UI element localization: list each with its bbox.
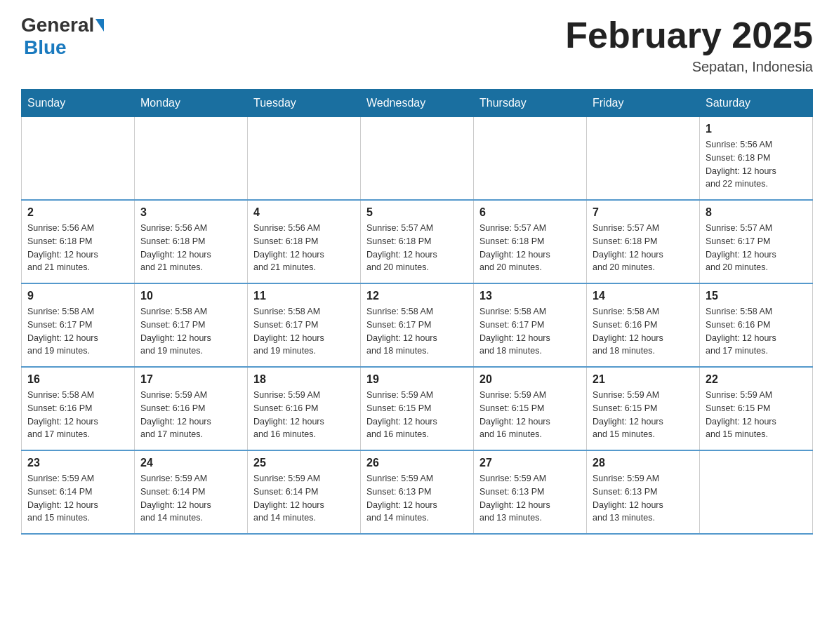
day-info: Sunrise: 5:58 AM Sunset: 6:16 PM Dayligh… <box>706 305 807 358</box>
calendar-cell: 3Sunrise: 5:56 AM Sunset: 6:18 PM Daylig… <box>135 200 248 283</box>
week-row-5: 23Sunrise: 5:59 AM Sunset: 6:14 PM Dayli… <box>22 450 813 534</box>
col-monday: Monday <box>135 90 248 117</box>
day-number: 13 <box>479 290 581 302</box>
day-info: Sunrise: 5:56 AM Sunset: 6:18 PM Dayligh… <box>140 222 241 274</box>
day-info: Sunrise: 5:59 AM Sunset: 6:15 PM Dayligh… <box>593 389 694 441</box>
col-friday: Friday <box>587 90 700 117</box>
day-info: Sunrise: 5:56 AM Sunset: 6:18 PM Dayligh… <box>706 138 807 191</box>
day-number: 18 <box>253 373 355 386</box>
day-info: Sunrise: 5:59 AM Sunset: 6:14 PM Dayligh… <box>253 472 355 525</box>
col-tuesday: Tuesday <box>248 90 361 117</box>
week-row-2: 2Sunrise: 5:56 AM Sunset: 6:18 PM Daylig… <box>22 200 813 283</box>
day-number: 14 <box>593 290 694 302</box>
calendar-cell: 17Sunrise: 5:59 AM Sunset: 6:16 PM Dayli… <box>135 367 248 450</box>
calendar-table: Sunday Monday Tuesday Wednesday Thursday… <box>21 89 813 535</box>
day-info: Sunrise: 5:57 AM Sunset: 6:18 PM Dayligh… <box>479 222 581 274</box>
days-of-week-row: Sunday Monday Tuesday Wednesday Thursday… <box>22 90 813 117</box>
calendar-cell: 27Sunrise: 5:59 AM Sunset: 6:13 PM Dayli… <box>474 450 587 534</box>
calendar-cell: 7Sunrise: 5:57 AM Sunset: 6:18 PM Daylig… <box>587 200 700 283</box>
day-info: Sunrise: 5:59 AM Sunset: 6:16 PM Dayligh… <box>140 389 241 441</box>
day-info: Sunrise: 5:56 AM Sunset: 6:18 PM Dayligh… <box>27 222 128 274</box>
day-number: 25 <box>253 457 355 469</box>
week-row-3: 9Sunrise: 5:58 AM Sunset: 6:17 PM Daylig… <box>22 283 813 367</box>
calendar-cell: 21Sunrise: 5:59 AM Sunset: 6:15 PM Dayli… <box>587 367 700 450</box>
day-info: Sunrise: 5:58 AM Sunset: 6:17 PM Dayligh… <box>140 305 241 358</box>
day-number: 2 <box>27 206 128 219</box>
day-info: Sunrise: 5:59 AM Sunset: 6:13 PM Dayligh… <box>479 472 581 525</box>
page-header: General Blue February 2025 Sepatan, Indo… <box>21 14 813 75</box>
calendar-cell: 2Sunrise: 5:56 AM Sunset: 6:18 PM Daylig… <box>22 200 135 283</box>
week-row-4: 16Sunrise: 5:58 AM Sunset: 6:16 PM Dayli… <box>22 367 813 450</box>
calendar-cell: 23Sunrise: 5:59 AM Sunset: 6:14 PM Dayli… <box>22 450 135 534</box>
calendar-cell: 14Sunrise: 5:58 AM Sunset: 6:16 PM Dayli… <box>587 283 700 367</box>
day-info: Sunrise: 5:57 AM Sunset: 6:18 PM Dayligh… <box>593 222 694 274</box>
col-saturday: Saturday <box>700 90 813 117</box>
day-number: 16 <box>27 373 128 386</box>
day-number: 23 <box>27 457 128 469</box>
calendar-cell: 13Sunrise: 5:58 AM Sunset: 6:17 PM Dayli… <box>474 283 587 367</box>
day-info: Sunrise: 5:57 AM Sunset: 6:18 PM Dayligh… <box>366 222 468 274</box>
day-number: 1 <box>706 123 807 135</box>
day-number: 11 <box>253 290 355 302</box>
calendar-cell <box>135 117 248 201</box>
calendar-cell: 1Sunrise: 5:56 AM Sunset: 6:18 PM Daylig… <box>700 117 813 201</box>
calendar-cell <box>474 117 587 201</box>
day-info: Sunrise: 5:59 AM Sunset: 6:13 PM Dayligh… <box>366 472 468 525</box>
day-number: 19 <box>366 373 468 386</box>
day-info: Sunrise: 5:58 AM Sunset: 6:17 PM Dayligh… <box>366 305 468 358</box>
day-info: Sunrise: 5:58 AM Sunset: 6:16 PM Dayligh… <box>593 305 694 358</box>
day-number: 20 <box>479 373 581 386</box>
day-number: 6 <box>479 206 581 219</box>
logo-blue-text: Blue <box>24 36 67 58</box>
day-number: 8 <box>706 206 807 219</box>
day-number: 5 <box>366 206 468 219</box>
day-number: 21 <box>593 373 694 386</box>
day-number: 22 <box>706 373 807 386</box>
month-title: February 2025 <box>565 14 813 56</box>
day-info: Sunrise: 5:59 AM Sunset: 6:13 PM Dayligh… <box>593 472 694 525</box>
calendar-cell: 11Sunrise: 5:58 AM Sunset: 6:17 PM Dayli… <box>248 283 361 367</box>
calendar-cell <box>700 450 813 534</box>
calendar-cell: 12Sunrise: 5:58 AM Sunset: 6:17 PM Dayli… <box>361 283 474 367</box>
calendar-cell: 15Sunrise: 5:58 AM Sunset: 6:16 PM Dayli… <box>700 283 813 367</box>
calendar-cell: 26Sunrise: 5:59 AM Sunset: 6:13 PM Dayli… <box>361 450 474 534</box>
day-info: Sunrise: 5:58 AM Sunset: 6:17 PM Dayligh… <box>479 305 581 358</box>
location-label: Sepatan, Indonesia <box>565 59 813 75</box>
day-info: Sunrise: 5:58 AM Sunset: 6:17 PM Dayligh… <box>27 305 128 358</box>
week-row-1: 1Sunrise: 5:56 AM Sunset: 6:18 PM Daylig… <box>22 117 813 201</box>
calendar-cell: 19Sunrise: 5:59 AM Sunset: 6:15 PM Dayli… <box>361 367 474 450</box>
day-info: Sunrise: 5:59 AM Sunset: 6:15 PM Dayligh… <box>706 389 807 441</box>
logo-general-text: General <box>21 14 94 36</box>
day-info: Sunrise: 5:59 AM Sunset: 6:15 PM Dayligh… <box>479 389 581 441</box>
calendar-cell <box>248 117 361 201</box>
calendar-cell: 22Sunrise: 5:59 AM Sunset: 6:15 PM Dayli… <box>700 367 813 450</box>
day-info: Sunrise: 5:56 AM Sunset: 6:18 PM Dayligh… <box>253 222 355 274</box>
day-info: Sunrise: 5:59 AM Sunset: 6:14 PM Dayligh… <box>140 472 241 525</box>
day-number: 17 <box>140 373 241 386</box>
day-number: 26 <box>366 457 468 469</box>
day-info: Sunrise: 5:58 AM Sunset: 6:16 PM Dayligh… <box>27 389 128 441</box>
day-number: 10 <box>140 290 241 302</box>
col-wednesday: Wednesday <box>361 90 474 117</box>
day-info: Sunrise: 5:59 AM Sunset: 6:15 PM Dayligh… <box>366 389 468 441</box>
day-info: Sunrise: 5:58 AM Sunset: 6:17 PM Dayligh… <box>253 305 355 358</box>
calendar-cell <box>361 117 474 201</box>
title-section: February 2025 Sepatan, Indonesia <box>565 14 813 75</box>
col-sunday: Sunday <box>22 90 135 117</box>
calendar-cell <box>22 117 135 201</box>
day-number: 9 <box>27 290 128 302</box>
calendar-cell: 28Sunrise: 5:59 AM Sunset: 6:13 PM Dayli… <box>587 450 700 534</box>
day-info: Sunrise: 5:59 AM Sunset: 6:14 PM Dayligh… <box>27 472 128 525</box>
calendar-cell: 18Sunrise: 5:59 AM Sunset: 6:16 PM Dayli… <box>248 367 361 450</box>
calendar-cell: 4Sunrise: 5:56 AM Sunset: 6:18 PM Daylig… <box>248 200 361 283</box>
calendar-cell: 10Sunrise: 5:58 AM Sunset: 6:17 PM Dayli… <box>135 283 248 367</box>
calendar-cell: 5Sunrise: 5:57 AM Sunset: 6:18 PM Daylig… <box>361 200 474 283</box>
calendar-cell: 9Sunrise: 5:58 AM Sunset: 6:17 PM Daylig… <box>22 283 135 367</box>
calendar-cell: 16Sunrise: 5:58 AM Sunset: 6:16 PM Dayli… <box>22 367 135 450</box>
day-number: 4 <box>253 206 355 219</box>
calendar-header: Sunday Monday Tuesday Wednesday Thursday… <box>22 90 813 117</box>
logo-triangle-icon <box>95 19 104 32</box>
calendar-cell: 8Sunrise: 5:57 AM Sunset: 6:17 PM Daylig… <box>700 200 813 283</box>
day-number: 3 <box>140 206 241 219</box>
day-number: 27 <box>479 457 581 469</box>
